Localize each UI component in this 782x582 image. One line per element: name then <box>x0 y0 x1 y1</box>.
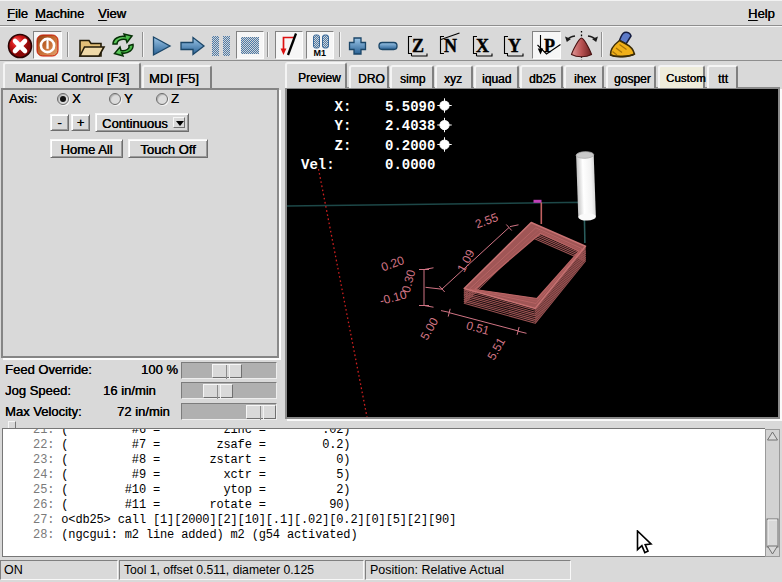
svg-text:N: N <box>444 36 457 56</box>
svg-text:Y: Y <box>508 36 521 56</box>
svg-text:P: P <box>544 36 555 56</box>
svg-text:Z: 0.2000: Z: 0.2000 <box>301 138 435 154</box>
svg-text:Vel: 0.0000: Vel: 0.0000 <box>301 157 435 173</box>
svg-text:Z: Z <box>412 36 424 56</box>
svg-text:X: 5.5090: X: 5.5090 <box>301 99 435 115</box>
svg-text:X: X <box>476 36 489 56</box>
svg-text:Y: 2.4038: Y: 2.4038 <box>301 118 435 134</box>
